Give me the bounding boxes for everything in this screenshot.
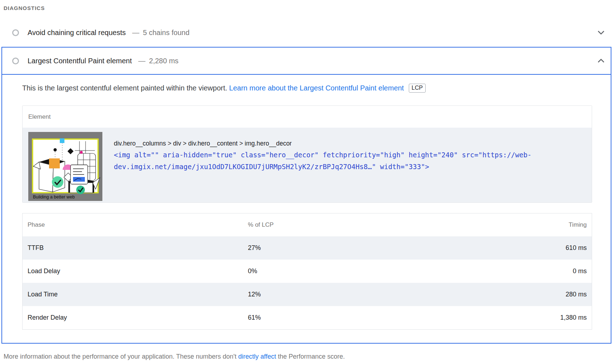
phase-table: Phase % of LCP Timing TTFB 27% 610 ms Lo… [22, 213, 592, 330]
column-header-timing: Timing [463, 213, 592, 237]
pct-cell: 27% [243, 236, 464, 260]
audit-expanded-lcp-element: Largest Contentful Paint element — 2,280… [1, 47, 611, 344]
pct-cell: 61% [243, 306, 464, 330]
description-text: This is the largest contentful element p… [22, 84, 229, 92]
phase-cell: Render Delay [23, 306, 243, 330]
diagnostics-panel: DIAGNOSTICS Avoid chaining critical requ… [0, 5, 615, 360]
audit-separator: — [138, 57, 145, 65]
section-title: DIAGNOSTICS [4, 5, 615, 11]
learn-more-link[interactable]: Learn more about the Largest Contentful … [229, 84, 404, 92]
pct-cell: 0% [243, 260, 464, 283]
timing-cell: 280 ms [463, 283, 592, 306]
audit-status-circle-icon [12, 58, 19, 64]
element-node-details: div.hero__columns > div > div.hero__cont… [114, 132, 532, 201]
phase-cell: Load Time [23, 283, 243, 306]
table-row-ttfb: TTFB 27% 610 ms [23, 236, 592, 260]
chevron-up-icon[interactable] [597, 58, 605, 63]
pct-cell: 12% [243, 283, 464, 306]
table-row-load-time: Load Time 12% 280 ms [23, 283, 592, 306]
phase-cell: TTFB [23, 236, 243, 260]
audit-status-circle-icon [12, 29, 19, 36]
chevron-down-icon[interactable] [597, 30, 605, 35]
column-header-phase: Phase [23, 213, 243, 237]
phase-cell: Load Delay [23, 260, 243, 283]
audit-row-critical-requests[interactable]: Avoid chaining critical requests — 5 cha… [1, 20, 611, 45]
element-card: Element [22, 105, 592, 203]
audit-title: Largest Contentful Paint element [28, 57, 132, 65]
audit-details: This is the largest contentful element p… [2, 83, 611, 330]
audit-display-value: 5 chains found [143, 29, 189, 37]
element-card-header: Element [23, 106, 592, 128]
lcp-badge: LCP [409, 84, 426, 93]
table-row-load-delay: Load Delay 0% 0 ms [23, 260, 592, 283]
code-line-1: <img alt="" aria-hidden="true" class="he… [114, 149, 532, 161]
timing-cell: 1,380 ms [463, 306, 592, 330]
thumbnail-caption: Building a better web [33, 195, 75, 200]
timing-cell: 0 ms [463, 260, 592, 283]
footer-note: More information about the performance o… [4, 353, 615, 360]
element-thumbnail: Building a better web [28, 132, 102, 201]
audit-title: Avoid chaining critical requests [28, 29, 126, 37]
footer-text: More information about the performance o… [4, 353, 238, 360]
element-selector-path: div.hero__columns > div > div.hero__cont… [114, 139, 532, 148]
table-row-render-delay: Render Delay 61% 1,380 ms [23, 306, 592, 330]
element-card-body: Building a better web div.hero__columns … [23, 128, 592, 202]
audit-separator: — [132, 29, 139, 37]
audit-row-lcp-element[interactable]: Largest Contentful Paint element — 2,280… [2, 48, 611, 75]
directly-affect-link[interactable]: directly affect [238, 353, 276, 360]
audit-display-value: 2,280 ms [149, 57, 178, 65]
timing-cell: 610 ms [463, 236, 592, 260]
footer-text: the Performance score. [276, 353, 345, 360]
element-html-snippet: <img alt="" aria-hidden="true" class="he… [114, 149, 532, 173]
code-line-2: dev.imgix.net/image/jxu1OdD7LKOGIDU7jURM… [114, 161, 532, 173]
phase-table-header-row: Phase % of LCP Timing [23, 213, 592, 237]
column-header-pct-of-lcp: % of LCP [243, 213, 464, 237]
element-screenshot-image: Building a better web [28, 132, 102, 201]
audit-description: This is the largest contentful element p… [22, 83, 592, 93]
